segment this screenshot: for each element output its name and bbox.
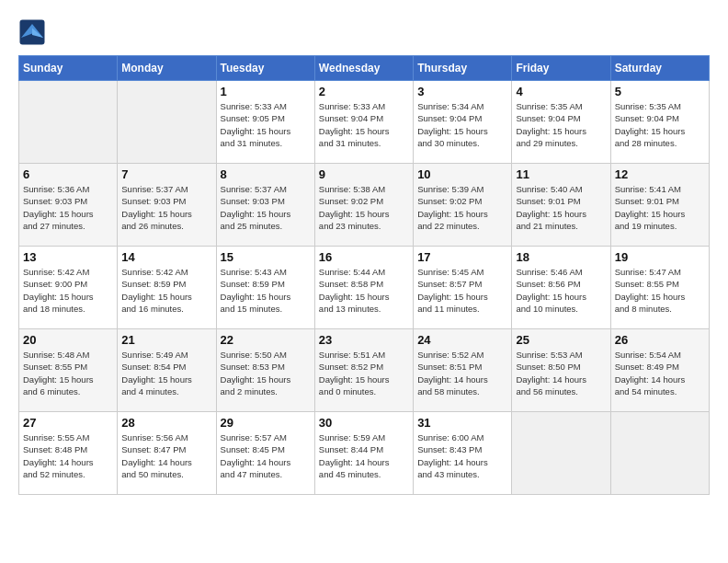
- day-info: Sunrise: 5:53 AM Sunset: 8:50 PM Dayligh…: [516, 349, 606, 397]
- page-header: [18, 18, 710, 46]
- calendar-header-row: SundayMondayTuesdayWednesdayThursdayFrid…: [19, 56, 710, 81]
- col-header-sunday: Sunday: [19, 56, 118, 81]
- day-number: 9: [319, 167, 409, 181]
- calendar-cell: [512, 412, 610, 495]
- day-number: 16: [319, 250, 409, 264]
- col-header-thursday: Thursday: [414, 56, 512, 81]
- day-number: 3: [417, 85, 507, 98]
- col-header-monday: Monday: [118, 56, 216, 81]
- calendar-cell: 27Sunrise: 5:55 AM Sunset: 8:48 PM Dayli…: [19, 412, 118, 495]
- calendar-cell: 17Sunrise: 5:45 AM Sunset: 8:57 PM Dayli…: [414, 247, 512, 329]
- calendar-cell: 20Sunrise: 5:48 AM Sunset: 8:55 PM Dayli…: [19, 329, 118, 412]
- col-header-tuesday: Tuesday: [216, 56, 314, 81]
- calendar-cell: 18Sunrise: 5:46 AM Sunset: 8:56 PM Dayli…: [512, 247, 610, 329]
- day-info: Sunrise: 6:00 AM Sunset: 8:43 PM Dayligh…: [417, 431, 507, 480]
- day-number: 4: [516, 85, 606, 98]
- day-info: Sunrise: 5:35 AM Sunset: 9:04 PM Dayligh…: [615, 100, 705, 149]
- day-info: Sunrise: 5:54 AM Sunset: 8:49 PM Dayligh…: [615, 349, 705, 397]
- calendar-cell: 7Sunrise: 5:37 AM Sunset: 9:03 PM Daylig…: [118, 164, 216, 247]
- day-number: 31: [417, 416, 507, 430]
- day-info: Sunrise: 5:48 AM Sunset: 8:55 PM Dayligh…: [23, 349, 113, 397]
- day-number: 17: [417, 250, 507, 264]
- day-info: Sunrise: 5:51 AM Sunset: 8:52 PM Dayligh…: [319, 349, 409, 397]
- logo-icon: [18, 18, 46, 46]
- col-header-saturday: Saturday: [610, 56, 709, 81]
- day-number: 30: [319, 416, 409, 430]
- day-number: 19: [615, 250, 705, 264]
- calendar-cell: 9Sunrise: 5:38 AM Sunset: 9:02 PM Daylig…: [314, 164, 413, 247]
- calendar-cell: 11Sunrise: 5:40 AM Sunset: 9:01 PM Dayli…: [512, 164, 610, 247]
- day-info: Sunrise: 5:35 AM Sunset: 9:04 PM Dayligh…: [516, 100, 606, 149]
- day-info: Sunrise: 5:33 AM Sunset: 9:04 PM Dayligh…: [319, 100, 409, 149]
- calendar-cell: 21Sunrise: 5:49 AM Sunset: 8:54 PM Dayli…: [118, 329, 216, 412]
- day-info: Sunrise: 5:37 AM Sunset: 9:03 PM Dayligh…: [121, 183, 211, 232]
- day-number: 13: [23, 250, 113, 264]
- day-number: 8: [221, 167, 311, 181]
- day-info: Sunrise: 5:55 AM Sunset: 8:48 PM Dayligh…: [23, 431, 113, 480]
- calendar-cell: 14Sunrise: 5:42 AM Sunset: 8:59 PM Dayli…: [118, 247, 216, 329]
- day-number: 22: [221, 333, 311, 347]
- calendar-cell: 2Sunrise: 5:33 AM Sunset: 9:04 PM Daylig…: [314, 81, 413, 164]
- day-number: 1: [221, 85, 311, 98]
- logo: [18, 18, 48, 46]
- calendar-cell: 19Sunrise: 5:47 AM Sunset: 8:55 PM Dayli…: [610, 247, 709, 329]
- day-info: Sunrise: 5:42 AM Sunset: 9:00 PM Dayligh…: [23, 266, 113, 315]
- calendar-cell: 3Sunrise: 5:34 AM Sunset: 9:04 PM Daylig…: [414, 81, 512, 164]
- day-number: 23: [319, 333, 409, 347]
- day-info: Sunrise: 5:49 AM Sunset: 8:54 PM Dayligh…: [121, 349, 211, 397]
- calendar-cell: 29Sunrise: 5:57 AM Sunset: 8:45 PM Dayli…: [216, 412, 314, 495]
- day-info: Sunrise: 5:52 AM Sunset: 8:51 PM Dayligh…: [417, 349, 507, 397]
- day-number: 2: [319, 85, 409, 98]
- calendar-cell: [19, 81, 118, 164]
- calendar-week-row: 1Sunrise: 5:33 AM Sunset: 9:05 PM Daylig…: [19, 81, 710, 164]
- day-info: Sunrise: 5:36 AM Sunset: 9:03 PM Dayligh…: [23, 183, 113, 232]
- calendar-cell: 26Sunrise: 5:54 AM Sunset: 8:49 PM Dayli…: [610, 329, 709, 412]
- calendar-cell: 10Sunrise: 5:39 AM Sunset: 9:02 PM Dayli…: [414, 164, 512, 247]
- day-info: Sunrise: 5:45 AM Sunset: 8:57 PM Dayligh…: [417, 266, 507, 315]
- day-number: 18: [516, 250, 606, 264]
- calendar-cell: 5Sunrise: 5:35 AM Sunset: 9:04 PM Daylig…: [610, 81, 709, 164]
- calendar-table: SundayMondayTuesdayWednesdayThursdayFrid…: [18, 55, 710, 495]
- day-number: 29: [221, 416, 311, 430]
- day-number: 24: [417, 333, 507, 347]
- calendar-cell: 13Sunrise: 5:42 AM Sunset: 9:00 PM Dayli…: [19, 247, 118, 329]
- calendar-cell: [118, 81, 216, 164]
- day-number: 28: [121, 416, 211, 430]
- calendar-cell: 23Sunrise: 5:51 AM Sunset: 8:52 PM Dayli…: [314, 329, 413, 412]
- day-info: Sunrise: 5:39 AM Sunset: 9:02 PM Dayligh…: [417, 183, 507, 232]
- calendar-cell: 4Sunrise: 5:35 AM Sunset: 9:04 PM Daylig…: [512, 81, 610, 164]
- calendar-cell: 30Sunrise: 5:59 AM Sunset: 8:44 PM Dayli…: [314, 412, 413, 495]
- calendar-cell: 6Sunrise: 5:36 AM Sunset: 9:03 PM Daylig…: [19, 164, 118, 247]
- calendar-cell: 28Sunrise: 5:56 AM Sunset: 8:47 PM Dayli…: [118, 412, 216, 495]
- calendar-week-row: 13Sunrise: 5:42 AM Sunset: 9:00 PM Dayli…: [19, 247, 710, 329]
- day-number: 10: [417, 167, 507, 181]
- calendar-cell: 16Sunrise: 5:44 AM Sunset: 8:58 PM Dayli…: [314, 247, 413, 329]
- day-info: Sunrise: 5:40 AM Sunset: 9:01 PM Dayligh…: [516, 183, 606, 232]
- day-number: 7: [121, 167, 211, 181]
- day-number: 15: [221, 250, 311, 264]
- day-number: 12: [615, 167, 705, 181]
- day-number: 5: [615, 85, 705, 98]
- calendar-cell: 1Sunrise: 5:33 AM Sunset: 9:05 PM Daylig…: [216, 81, 314, 164]
- day-number: 6: [23, 167, 113, 181]
- day-number: 25: [516, 333, 606, 347]
- day-info: Sunrise: 5:34 AM Sunset: 9:04 PM Dayligh…: [417, 100, 507, 149]
- day-number: 26: [615, 333, 705, 347]
- calendar-cell: 22Sunrise: 5:50 AM Sunset: 8:53 PM Dayli…: [216, 329, 314, 412]
- calendar-week-row: 27Sunrise: 5:55 AM Sunset: 8:48 PM Dayli…: [19, 412, 710, 495]
- day-info: Sunrise: 5:38 AM Sunset: 9:02 PM Dayligh…: [319, 183, 409, 232]
- calendar-cell: 25Sunrise: 5:53 AM Sunset: 8:50 PM Dayli…: [512, 329, 610, 412]
- calendar-week-row: 20Sunrise: 5:48 AM Sunset: 8:55 PM Dayli…: [19, 329, 710, 412]
- day-number: 14: [121, 250, 211, 264]
- calendar-cell: 12Sunrise: 5:41 AM Sunset: 9:01 PM Dayli…: [610, 164, 709, 247]
- day-number: 21: [121, 333, 211, 347]
- calendar-cell: 8Sunrise: 5:37 AM Sunset: 9:03 PM Daylig…: [216, 164, 314, 247]
- day-info: Sunrise: 5:42 AM Sunset: 8:59 PM Dayligh…: [121, 266, 211, 315]
- calendar-week-row: 6Sunrise: 5:36 AM Sunset: 9:03 PM Daylig…: [19, 164, 710, 247]
- day-number: 20: [23, 333, 113, 347]
- calendar-cell: 31Sunrise: 6:00 AM Sunset: 8:43 PM Dayli…: [414, 412, 512, 495]
- day-info: Sunrise: 5:47 AM Sunset: 8:55 PM Dayligh…: [615, 266, 705, 315]
- day-number: 27: [23, 416, 113, 430]
- col-header-friday: Friday: [512, 56, 610, 81]
- day-info: Sunrise: 5:44 AM Sunset: 8:58 PM Dayligh…: [319, 266, 409, 315]
